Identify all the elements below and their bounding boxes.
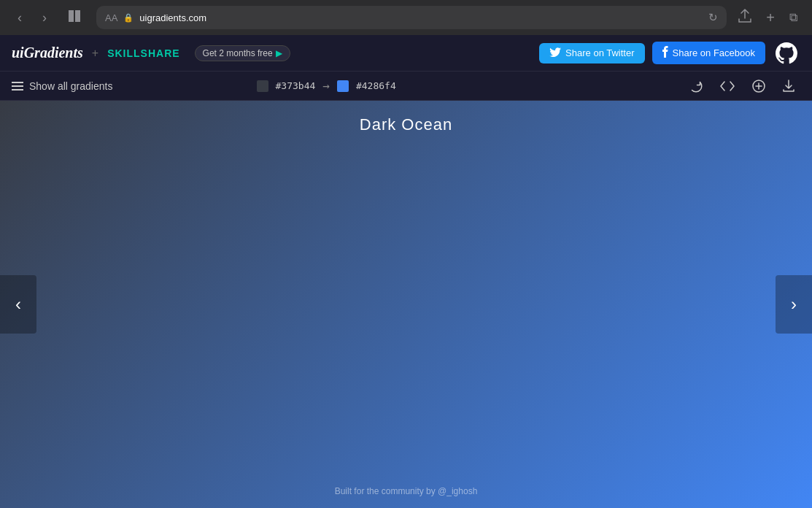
logo-uigradients[interactable]: uiGradients: [12, 45, 83, 61]
share-twitter-button[interactable]: Share on Twitter: [539, 43, 644, 64]
color1-hex: #373b44: [276, 80, 316, 91]
menu-toggle-label: Show all gradients: [29, 80, 112, 92]
footer-credit: Built for the community by @_ighosh: [335, 486, 478, 496]
new-tab-button[interactable]: +: [763, 7, 778, 29]
logo-area: uiGradients + SKILLSHARE Get 2 months fr…: [12, 45, 290, 61]
prev-gradient-button[interactable]: ‹: [0, 275, 36, 334]
windows-button[interactable]: ⧉: [786, 8, 800, 27]
add-button[interactable]: [746, 77, 771, 96]
forward-button[interactable]: ›: [36, 8, 53, 27]
share-button[interactable]: [735, 6, 754, 30]
lock-icon: 🔒: [123, 13, 134, 23]
logo-skillshare[interactable]: SKILLSHARE: [107, 47, 179, 59]
back-button[interactable]: ‹: [12, 8, 28, 27]
site-toolbar: Show all gradients #373b44 → #4286f4: [0, 72, 812, 101]
browser-chrome: ‹ › AA 🔒 uigradients.com ↻ + ⧉: [0, 0, 812, 35]
color2-swatch: [337, 80, 349, 92]
hamburger-icon: [12, 82, 23, 91]
gradient-display: Dark Ocean ‹ › Built for the community b…: [0, 101, 812, 508]
reader-button[interactable]: [61, 7, 88, 28]
download-button[interactable]: [777, 77, 800, 96]
twitter-icon: [549, 47, 561, 59]
gradient-name: Dark Ocean: [360, 115, 452, 134]
color1-swatch: [257, 80, 268, 92]
color-arrow: →: [322, 79, 330, 93]
toolbar-actions: [684, 77, 800, 96]
skillshare-promo-button[interactable]: Get 2 months free ▶: [195, 45, 290, 61]
site-header: uiGradients + SKILLSHARE Get 2 months fr…: [0, 35, 812, 72]
share-facebook-button[interactable]: Share on Facebook: [652, 42, 765, 64]
menu-toggle-button[interactable]: Show all gradients: [12, 80, 112, 92]
promo-arrow: ▶: [276, 48, 282, 58]
github-button[interactable]: [773, 39, 800, 67]
code-button[interactable]: [714, 78, 741, 94]
next-gradient-button[interactable]: ›: [776, 275, 812, 334]
address-bar[interactable]: AA 🔒 uigradients.com ↻: [96, 6, 727, 29]
aa-label: AA: [105, 12, 117, 23]
share-facebook-label: Share on Facebook: [673, 47, 755, 58]
browser-actions: + ⧉: [735, 6, 800, 30]
share-twitter-label: Share on Twitter: [565, 47, 634, 58]
reload-button[interactable]: ↻: [708, 11, 718, 24]
url-text: uigradients.com: [139, 12, 206, 23]
rotate-button[interactable]: [684, 77, 708, 96]
github-icon: [776, 42, 797, 64]
color2-hex: #4286f4: [356, 80, 396, 91]
header-right: Share on Twitter Share on Facebook: [539, 39, 800, 67]
facebook-icon: [662, 46, 668, 60]
logo-plus: +: [92, 47, 98, 60]
gradient-colors-display: #373b44 → #4286f4: [257, 79, 396, 93]
